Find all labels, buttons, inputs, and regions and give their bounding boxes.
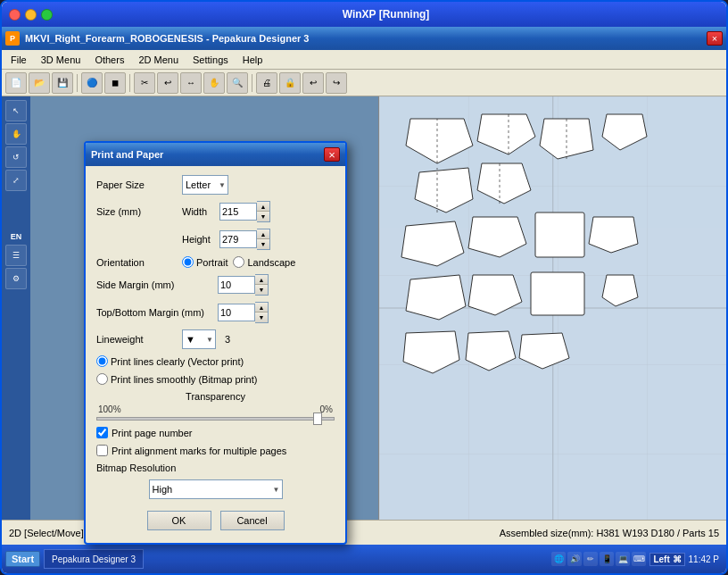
tb-move[interactable]: ✋ — [203, 72, 225, 94]
tray-icon-6: ⌨ — [632, 552, 646, 566]
menu-3d[interactable]: 3D Menu — [36, 53, 87, 67]
menu-help[interactable]: Help — [237, 53, 269, 67]
minimize-button[interactable] — [25, 9, 37, 21]
side-margin-down[interactable]: ▼ — [255, 285, 268, 295]
app-window: P MKVI_Right_Forearm_ROBOGENESIS - Pepak… — [2, 27, 726, 573]
svg-marker-49 — [602, 114, 647, 150]
menu-file[interactable]: File — [5, 53, 32, 67]
view-2d[interactable] — [378, 96, 727, 520]
transparency-label: Transparency — [96, 391, 335, 402]
tb-sep-1 — [77, 74, 78, 92]
print-bitmap-row: Print lines smoothly (Bitmap print) — [96, 373, 335, 385]
tb-undo[interactable]: ↩ — [302, 72, 324, 94]
tb-new[interactable]: 📄 — [5, 72, 27, 94]
tb-save[interactable]: 💾 — [52, 72, 73, 94]
lineweight-select[interactable]: ▼ — [182, 329, 216, 349]
lineweight-value: 3 — [225, 334, 230, 345]
print-vector-label: Print lines clearly (Vector print) — [111, 356, 244, 367]
svg-marker-58 — [403, 331, 459, 373]
sidebar-scale[interactable]: ⤢ — [5, 170, 27, 191]
print-alignment-option[interactable]: Print alignment marks for multiple pages — [96, 445, 286, 456]
tray-icon-5: 💻 — [616, 552, 630, 566]
tb-lock[interactable]: 🔒 — [279, 72, 301, 94]
lineweight-select-wrap[interactable]: ▼ — [182, 329, 216, 349]
transparency-slider[interactable] — [96, 417, 335, 421]
sidebar-hand[interactable]: ☰ — [5, 245, 27, 266]
maximize-button[interactable] — [41, 9, 53, 21]
top-bottom-spinner[interactable]: 10 ▲ ▼ — [218, 302, 269, 323]
tb-unfold[interactable]: ✂ — [134, 72, 155, 94]
paper-size-select[interactable]: Letter A4 A3 Legal — [182, 175, 228, 195]
side-margin-label: Side Margin (mm) — [96, 279, 212, 290]
print-page-number-row: Print page number — [96, 427, 335, 438]
tb-open[interactable]: 📂 — [29, 72, 50, 94]
print-vector-option[interactable]: Print lines clearly (Vector print) — [96, 355, 244, 367]
tb-rotate[interactable]: ↩ — [157, 72, 178, 94]
menu-2d[interactable]: 2D Menu — [133, 53, 184, 67]
print-page-number-checkbox[interactable] — [96, 427, 108, 438]
tb-flip[interactable]: ↔ — [180, 72, 202, 94]
menu-bar: File 3D Menu Others 2D Menu Settings Hel… — [2, 50, 726, 70]
height-down[interactable]: ▼ — [257, 239, 269, 249]
menu-others[interactable]: Others — [89, 53, 129, 67]
orientation-label: Orientation — [96, 257, 177, 268]
start-button[interactable]: Start — [5, 551, 40, 567]
paper-size-label: Paper Size — [96, 179, 177, 190]
print-bitmap-option[interactable]: Print lines smoothly (Bitmap print) — [96, 373, 257, 385]
tb-render[interactable]: ◼ — [104, 72, 126, 94]
tb-3d-toggle[interactable]: 🔵 — [81, 72, 103, 94]
print-bitmap-radio[interactable] — [96, 373, 108, 385]
width-input[interactable]: 215 — [219, 203, 257, 221]
width-up[interactable]: ▲ — [257, 202, 269, 212]
sidebar-select[interactable]: ↖ — [5, 100, 27, 121]
side-margin-input[interactable]: 10 — [218, 276, 255, 294]
menu-settings[interactable]: Settings — [187, 53, 234, 67]
app-close-button[interactable]: × — [707, 31, 723, 46]
print-vector-radio[interactable] — [96, 355, 108, 367]
landscape-radio[interactable] — [233, 256, 244, 268]
width-label: Width — [182, 206, 214, 217]
svg-marker-44 — [406, 119, 473, 163]
sidebar-rotate2d[interactable]: ↺ — [5, 146, 27, 168]
width-spinner[interactable]: 215 ▲ ▼ — [219, 201, 270, 222]
bitmap-resolution-select-wrap[interactable]: Low Medium High Very High — [149, 479, 283, 499]
portrait-radio[interactable] — [182, 256, 194, 268]
tb-redo[interactable]: ↪ — [326, 72, 347, 94]
top-bottom-down[interactable]: ▼ — [255, 312, 268, 322]
tb-print[interactable]: 🖨 — [256, 72, 277, 94]
height-input[interactable]: 279 — [219, 230, 257, 248]
top-bottom-input[interactable]: 10 — [218, 304, 255, 321]
top-bottom-arrows: ▲ ▼ — [255, 302, 269, 323]
height-spinner[interactable]: 279 ▲ ▼ — [219, 229, 270, 250]
taskbar-app-button[interactable]: Pepakura Designer 3 — [44, 549, 144, 569]
os-title: WinXP [Running] — [53, 8, 719, 21]
height-row: Height 279 ▲ ▼ — [96, 229, 335, 250]
close-button[interactable] — [9, 9, 21, 21]
print-alignment-checkbox[interactable] — [96, 445, 108, 456]
width-down[interactable]: ▼ — [257, 212, 269, 221]
ok-button[interactable]: OK — [147, 511, 211, 530]
top-bottom-up[interactable]: ▲ — [255, 303, 268, 312]
bitmap-resolution-select[interactable]: Low Medium High Very High — [149, 479, 283, 499]
tb-zoom[interactable]: 🔍 — [227, 72, 248, 94]
svg-marker-50 — [401, 221, 464, 266]
dialog-title-bar: Print and Paper × — [86, 143, 345, 166]
sidebar-extra1[interactable]: ⚙ — [5, 268, 27, 289]
landscape-option[interactable]: Landscape — [233, 256, 295, 268]
cancel-button[interactable]: Cancel — [220, 511, 285, 530]
side-margin-up[interactable]: ▲ — [255, 275, 268, 285]
side-margin-spinner[interactable]: 10 ▲ ▼ — [218, 274, 269, 296]
lineweight-label: Lineweight — [96, 334, 177, 345]
portrait-option[interactable]: Portrait — [182, 256, 228, 268]
pattern-svg — [393, 110, 696, 512]
tray-icon-3: ✏ — [583, 552, 598, 566]
height-up[interactable]: ▲ — [257, 229, 269, 239]
landscape-label: Landscape — [247, 257, 295, 268]
paper-size-select-wrap[interactable]: Letter A4 A3 Legal — [182, 175, 228, 195]
sidebar-move[interactable]: ✋ — [5, 123, 27, 145]
width-arrows: ▲ ▼ — [257, 201, 270, 222]
dialog-close-button[interactable]: × — [324, 147, 340, 162]
svg-marker-59 — [466, 331, 516, 371]
print-page-number-option[interactable]: Print page number — [96, 427, 193, 438]
svg-marker-47 — [415, 168, 473, 212]
